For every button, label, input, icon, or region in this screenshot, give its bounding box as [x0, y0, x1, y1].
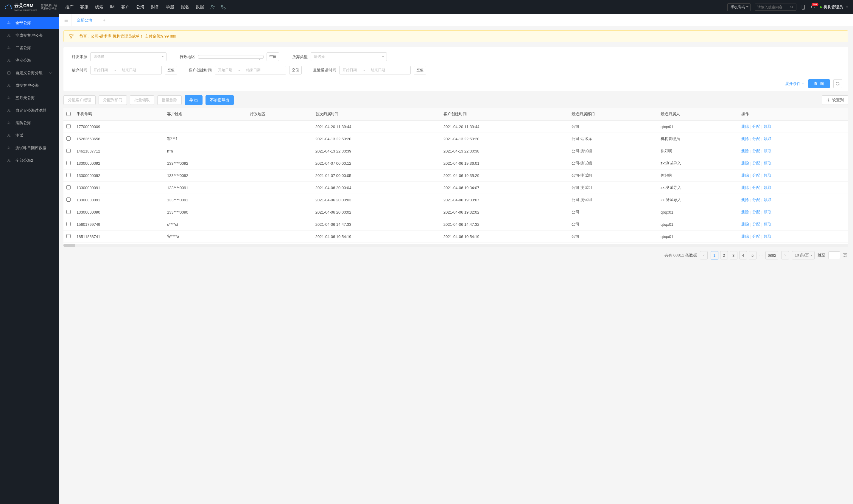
op-delete[interactable]: 删除 — [741, 136, 749, 142]
mobile-icon[interactable] — [801, 4, 806, 11]
page-1[interactable]: 1 — [711, 251, 719, 259]
nav-item-3[interactable]: IM — [110, 4, 115, 10]
row-check[interactable] — [67, 197, 71, 202]
create-empty-btn[interactable]: 空值 — [289, 66, 302, 74]
op-delete[interactable]: 删除 — [741, 222, 749, 227]
settings-cols-button[interactable]: 设置列 — [822, 95, 848, 105]
tab-add[interactable]: + — [98, 18, 110, 23]
op-claim[interactable]: 领取 — [764, 161, 772, 166]
op-claim[interactable]: 领取 — [764, 124, 772, 129]
sidebar-item-4[interactable]: 自定义公海分组 — [0, 67, 59, 79]
op-assign[interactable]: 分配 — [752, 148, 760, 154]
tab-all-sea[interactable]: 全部公海 — [71, 14, 98, 26]
search-input[interactable] — [757, 5, 788, 9]
page-4[interactable]: 4 — [739, 251, 747, 259]
op-claim[interactable]: 领取 — [764, 197, 772, 202]
op-claim[interactable]: 领取 — [764, 173, 772, 178]
sidebar-item-7[interactable]: 自定义公海过滤器 — [0, 104, 59, 117]
region-empty-btn[interactable]: 空值 — [267, 52, 279, 61]
filter-region-select[interactable] — [198, 55, 264, 59]
h-scrollbar[interactable] — [63, 244, 848, 247]
page-5[interactable]: 5 — [749, 251, 757, 259]
op-claim[interactable]: 领取 — [764, 185, 772, 190]
op-claim[interactable]: 领取 — [764, 234, 772, 239]
op-claim[interactable]: 领取 — [764, 222, 772, 227]
assign-dept-button[interactable]: 分配到部门 — [98, 95, 127, 105]
op-claim[interactable]: 领取 — [764, 136, 772, 142]
user-menu[interactable]: 机构管理员 — [820, 4, 848, 10]
op-assign[interactable]: 分配 — [752, 210, 760, 215]
op-delete[interactable]: 删除 — [741, 197, 749, 202]
op-assign[interactable]: 分配 — [752, 197, 760, 202]
page-3[interactable]: 3 — [730, 251, 738, 259]
nav-item-5[interactable]: 公海 — [136, 4, 144, 10]
sidebar-item-1[interactable]: 非成交客户公海 — [0, 29, 59, 42]
row-check[interactable] — [67, 124, 71, 128]
op-assign[interactable]: 分配 — [752, 234, 760, 239]
sidebar-item-2[interactable]: 二咨公海 — [0, 42, 59, 54]
nav-item-4[interactable]: 客户 — [121, 4, 130, 10]
op-assign[interactable]: 分配 — [752, 136, 760, 142]
sidebar-item-5[interactable]: 成交客户公海 — [0, 79, 59, 92]
op-delete[interactable]: 删除 — [741, 210, 749, 215]
sidebar-item-0[interactable]: 全部公海 — [0, 17, 59, 29]
abandon-empty-btn[interactable]: 空值 — [165, 66, 177, 74]
jump-input[interactable] — [828, 251, 840, 259]
row-check[interactable] — [67, 185, 71, 190]
row-check[interactable] — [67, 161, 71, 165]
sidebar-item-6[interactable]: 五月天公海 — [0, 92, 59, 104]
logo[interactable]: 云朵CRM www.yunduocrm.com 教育机构一站式服务云平台 — [5, 3, 57, 11]
sidebar-item-3[interactable]: 注安公海 — [0, 54, 59, 67]
nav-item-6[interactable]: 财务 — [151, 4, 159, 10]
batch-claim-button[interactable]: 批量领取 — [130, 95, 154, 105]
op-claim[interactable]: 领取 — [764, 210, 772, 215]
sidebar-item-8[interactable]: 消防公海 — [0, 117, 59, 129]
select-all[interactable] — [67, 112, 71, 116]
row-check[interactable] — [67, 210, 71, 214]
export-plain-button[interactable]: 不加密导出 — [205, 95, 234, 105]
search-button[interactable]: 查 询 — [808, 79, 830, 88]
nav-item-0[interactable]: 推广 — [65, 4, 74, 10]
nav-item-1[interactable]: 客服 — [80, 4, 88, 10]
row-check[interactable] — [67, 137, 71, 141]
expand-filters[interactable]: 展开条件 — [785, 81, 805, 86]
op-assign[interactable]: 分配 — [752, 173, 760, 178]
op-assign[interactable]: 分配 — [752, 222, 760, 227]
user-add-icon[interactable] — [210, 4, 215, 10]
page-prev[interactable] — [700, 251, 708, 259]
row-check[interactable] — [67, 222, 71, 226]
page-last[interactable]: 6882 — [765, 251, 778, 259]
filter-abandon-type-select[interactable]: 请选择 — [311, 52, 387, 61]
tab-list-icon[interactable] — [61, 18, 71, 22]
page-2[interactable]: 2 — [720, 251, 728, 259]
op-assign[interactable]: 分配 — [752, 161, 760, 166]
op-delete[interactable]: 删除 — [741, 173, 749, 178]
page-size-select[interactable]: 10 条/页 — [792, 251, 815, 259]
op-assign[interactable]: 分配 — [752, 185, 760, 190]
create-time-range[interactable]: 开始日期~结束日期 — [215, 66, 286, 74]
assign-mgr-button[interactable]: 分配客户经理 — [63, 95, 96, 105]
lastcall-range[interactable]: 开始日期~结束日期 — [339, 66, 411, 74]
nav-item-9[interactable]: 数据 — [196, 4, 204, 10]
sidebar-item-11[interactable]: 全部公海2 — [0, 154, 59, 167]
op-delete[interactable]: 删除 — [741, 124, 749, 129]
op-delete[interactable]: 删除 — [741, 234, 749, 239]
lastcall-empty-btn[interactable]: 空值 — [414, 66, 426, 74]
refresh-button[interactable] — [833, 79, 842, 88]
op-delete[interactable]: 删除 — [741, 185, 749, 190]
row-check[interactable] — [67, 234, 71, 238]
op-assign[interactable]: 分配 — [752, 124, 760, 129]
op-delete[interactable]: 删除 — [741, 161, 749, 166]
export-button[interactable]: 导 出 — [185, 95, 202, 105]
op-delete[interactable]: 删除 — [741, 148, 749, 154]
search-type-select[interactable]: 手机号码 — [727, 3, 750, 11]
page-next[interactable] — [781, 251, 789, 259]
bell-wrapper[interactable]: 99+ — [810, 4, 815, 10]
filter-friend-source-select[interactable]: 请选择 — [90, 52, 166, 61]
op-claim[interactable]: 领取 — [764, 148, 772, 154]
phone-icon[interactable] — [221, 4, 226, 10]
batch-delete-button[interactable]: 批量删除 — [157, 95, 182, 105]
abandon-time-range[interactable]: 开始日期~结束日期 — [90, 66, 162, 74]
sidebar-item-9[interactable]: 测试 — [0, 129, 59, 142]
search-icon[interactable] — [790, 5, 794, 9]
